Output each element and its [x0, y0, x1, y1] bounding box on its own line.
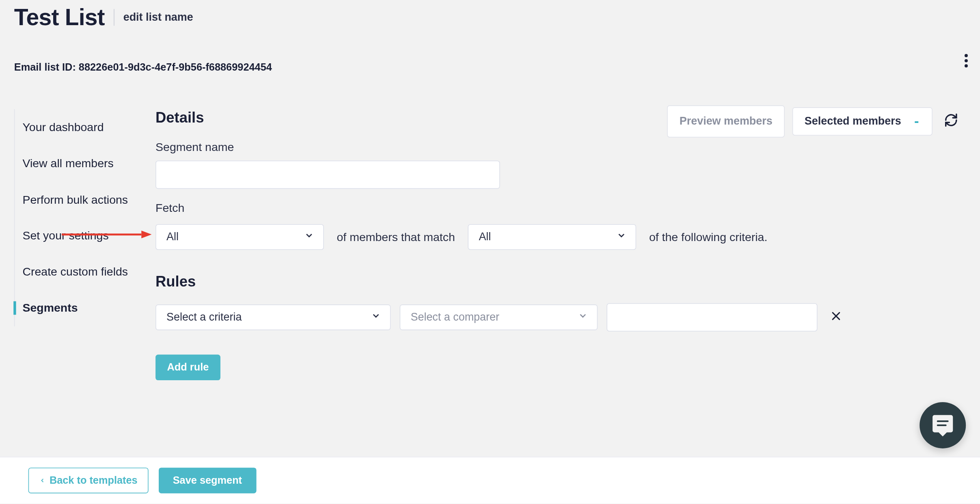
back-label: Back to templates [50, 475, 138, 486]
back-to-templates-button[interactable]: Back to templates [28, 467, 149, 493]
footer-bar: Back to templates Save segment [0, 457, 980, 504]
rule-comparer-placeholder: Select a comparer [411, 311, 499, 324]
fetch-criteria-select[interactable]: All [468, 224, 637, 250]
fetch-text-1: of members that match [337, 230, 455, 243]
chevron-down-icon [578, 310, 588, 324]
fetch-scope-value: All [166, 230, 179, 243]
remove-rule-button[interactable] [827, 305, 846, 330]
chat-icon [930, 413, 955, 437]
sidebar-item-bulk-actions[interactable]: Perform bulk actions [22, 181, 141, 218]
sidebar-item-view-members[interactable]: View all members [22, 145, 141, 181]
sidebar-item-settings[interactable]: Set your settings [22, 218, 141, 254]
fetch-scope-select[interactable]: All [155, 224, 324, 250]
chevron-down-icon [616, 230, 626, 243]
sidebar-item-segments[interactable]: Segments [22, 290, 141, 326]
sidebar: Your dashboard View all members Perform … [14, 109, 141, 326]
rule-row: Select a criteria Select a comparer [155, 303, 980, 332]
rule-value-input[interactable] [607, 303, 817, 332]
sidebar-item-custom-fields[interactable]: Create custom fields [22, 254, 141, 290]
chevron-left-icon [39, 477, 46, 485]
fetch-criteria-value: All [479, 230, 491, 243]
chat-fab[interactable] [920, 402, 966, 448]
add-rule-button[interactable]: Add rule [155, 355, 220, 380]
segment-name-label: Segment name [155, 141, 980, 154]
rule-criteria-placeholder: Select a criteria [166, 311, 242, 324]
rule-comparer-select[interactable]: Select a comparer [400, 304, 598, 330]
page-title: Test List [14, 4, 105, 30]
refresh-icon[interactable] [944, 113, 958, 130]
email-list-id: Email list ID: 88226e01-9d3c-4e7f-9b56-f… [14, 62, 966, 73]
fetch-label: Fetch [155, 202, 980, 215]
preview-members-button[interactable]: Preview members [667, 106, 785, 138]
sidebar-item-dashboard[interactable]: Your dashboard [22, 109, 141, 145]
more-menu-button[interactable] [958, 53, 974, 68]
chevron-down-icon [371, 310, 381, 324]
edit-list-name-link[interactable]: edit list name [123, 11, 193, 24]
selected-members-label: Selected members [805, 114, 901, 128]
selected-members-count: - [914, 113, 920, 130]
title-divider [114, 9, 114, 26]
selected-members-box[interactable]: Selected members - [792, 107, 933, 136]
segment-name-input[interactable] [155, 161, 500, 189]
save-segment-button[interactable]: Save segment [159, 467, 256, 493]
rules-heading: Rules [155, 273, 980, 291]
fetch-text-2: of the following criteria. [649, 230, 767, 243]
chevron-down-icon [304, 230, 314, 243]
rule-criteria-select[interactable]: Select a criteria [155, 304, 391, 330]
